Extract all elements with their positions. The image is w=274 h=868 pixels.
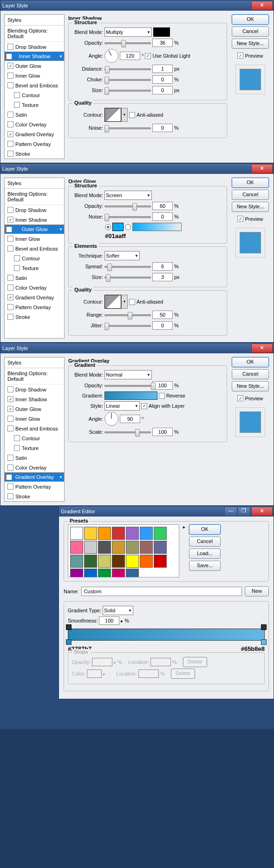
- preset-swatch[interactable]: [112, 555, 125, 568]
- smoothness-value[interactable]: 100: [99, 616, 119, 625]
- preset-swatch[interactable]: [140, 555, 153, 568]
- checkbox-icon[interactable]: [7, 406, 13, 412]
- angle-value[interactable]: 120: [120, 52, 140, 60]
- style-item-pattern-overlay[interactable]: Pattern Overlay: [5, 302, 64, 312]
- cancel-button[interactable]: Cancel: [189, 537, 221, 547]
- preset-swatch[interactable]: [126, 555, 139, 568]
- preview-checkbox[interactable]: [237, 395, 243, 401]
- slider-thumb-icon[interactable]: [104, 214, 109, 221]
- style-item-texture[interactable]: Texture: [5, 100, 64, 110]
- style-item-texture[interactable]: Texture: [5, 443, 64, 453]
- style-item-inner-glow[interactable]: Inner Glow: [5, 234, 64, 244]
- name-input[interactable]: Custom: [81, 587, 242, 596]
- preview-checkbox[interactable]: [237, 216, 243, 222]
- checkbox-icon[interactable]: [7, 294, 13, 300]
- scale-slider[interactable]: [104, 427, 151, 437]
- checkbox-icon[interactable]: [7, 44, 13, 50]
- angle-dial[interactable]: [104, 49, 118, 63]
- style-item-outer-glow[interactable]: Outer Glow: [5, 225, 64, 234]
- preset-swatch[interactable]: [112, 527, 125, 540]
- checkbox-icon[interactable]: [7, 455, 13, 461]
- checkbox-icon[interactable]: [7, 141, 13, 147]
- gradient-preview[interactable]: [104, 391, 157, 400]
- style-item-gradient-overlay[interactable]: Gradient Overlay: [5, 292, 64, 302]
- color-stop-right[interactable]: [261, 639, 267, 645]
- checkbox-icon[interactable]: [7, 82, 13, 88]
- checkbox-icon[interactable]: [7, 121, 13, 127]
- slider-thumb-icon[interactable]: [121, 40, 126, 47]
- contour-picker[interactable]: ▾: [104, 295, 128, 309]
- preset-swatch[interactable]: [84, 527, 97, 540]
- style-item-bevel-and-emboss[interactable]: Bevel and Emboss: [5, 80, 64, 90]
- preset-swatch[interactable]: [98, 527, 111, 540]
- style-item-stroke[interactable]: Stroke: [5, 149, 64, 159]
- style-item-contour[interactable]: Contour: [5, 433, 64, 443]
- color-stop-left[interactable]: [66, 639, 72, 645]
- style-item-satin[interactable]: Satin: [5, 273, 64, 283]
- glow-gradient[interactable]: [132, 223, 182, 231]
- style-item-drop-shadow[interactable]: Drop Shadow: [5, 384, 64, 394]
- angle-value[interactable]: 90: [120, 415, 140, 423]
- slider-thumb-icon[interactable]: [135, 429, 140, 437]
- opacity-value[interactable]: 36: [152, 39, 173, 47]
- checkbox-icon[interactable]: [7, 386, 13, 392]
- ok-button[interactable]: OK: [189, 524, 221, 535]
- style-item-satin[interactable]: Satin: [5, 110, 64, 119]
- checkbox-icon[interactable]: [7, 416, 13, 422]
- preset-swatch[interactable]: [112, 541, 125, 554]
- preset-swatch[interactable]: [140, 527, 153, 540]
- cancel-button[interactable]: Cancel: [232, 369, 269, 379]
- preset-swatch[interactable]: [70, 555, 83, 568]
- style-item-bevel-and-emboss[interactable]: Bevel and Emboss: [5, 424, 64, 433]
- cancel-button[interactable]: Cancel: [232, 27, 269, 37]
- preset-swatch[interactable]: [84, 541, 97, 554]
- range-value[interactable]: 50: [152, 311, 173, 319]
- slider-thumb-icon[interactable]: [128, 312, 132, 319]
- ok-button[interactable]: OK: [232, 357, 269, 367]
- new-style-button[interactable]: New Style...: [232, 39, 269, 49]
- preset-swatch[interactable]: [126, 527, 139, 540]
- checkbox-icon[interactable]: [7, 236, 13, 242]
- checkbox-icon[interactable]: [7, 484, 13, 490]
- spread-value[interactable]: 6: [152, 262, 173, 271]
- preset-swatch[interactable]: [98, 541, 111, 554]
- contour-picker[interactable]: ▾: [104, 108, 128, 122]
- preset-swatch[interactable]: [154, 555, 167, 568]
- style-item-outer-glow[interactable]: Outer Glow: [5, 61, 64, 71]
- save-button[interactable]: Save...: [189, 561, 221, 571]
- slider-thumb-icon[interactable]: [107, 264, 112, 271]
- jitter-slider[interactable]: [104, 321, 151, 330]
- checkbox-icon[interactable]: [7, 304, 13, 310]
- checkbox-icon[interactable]: [7, 245, 13, 252]
- gradient-radio[interactable]: [125, 224, 131, 230]
- checkbox-icon[interactable]: [6, 226, 12, 232]
- gradient-type-select[interactable]: Solid: [103, 606, 133, 615]
- noise-slider[interactable]: [104, 212, 151, 221]
- preset-swatch[interactable]: [84, 569, 97, 577]
- close-icon[interactable]: ×: [251, 164, 273, 173]
- maximize-icon[interactable]: ❐: [237, 507, 250, 516]
- opacity-slider[interactable]: [104, 201, 151, 211]
- opacity-slider[interactable]: [104, 38, 151, 47]
- preset-swatch[interactable]: [70, 569, 83, 577]
- preset-swatch[interactable]: [112, 569, 125, 577]
- slider-thumb-icon[interactable]: [132, 203, 137, 211]
- size-value[interactable]: 3: [152, 273, 173, 281]
- new-style-button[interactable]: New Style...: [232, 202, 269, 212]
- checkbox-icon[interactable]: [7, 73, 13, 79]
- checkbox-icon[interactable]: [7, 63, 13, 69]
- style-item-inner-shadow[interactable]: Inner Shadow: [5, 394, 64, 404]
- style-item-contour[interactable]: Contour: [5, 253, 64, 263]
- slider-thumb-icon[interactable]: [105, 66, 110, 73]
- close-icon[interactable]: ×: [251, 1, 273, 10]
- style-item-gradient-overlay[interactable]: Gradient Overlay: [5, 472, 64, 482]
- close-icon[interactable]: ×: [251, 507, 273, 516]
- checkbox-icon[interactable]: [14, 255, 20, 261]
- chevron-down-icon[interactable]: ▾: [121, 295, 128, 309]
- reverse-checkbox[interactable]: [159, 393, 165, 399]
- checkbox-icon[interactable]: [7, 131, 13, 137]
- slider-thumb-icon[interactable]: [104, 323, 109, 330]
- checkbox-icon[interactable]: [7, 314, 13, 320]
- checkbox-icon[interactable]: [7, 275, 13, 281]
- checkbox-icon[interactable]: [7, 464, 13, 470]
